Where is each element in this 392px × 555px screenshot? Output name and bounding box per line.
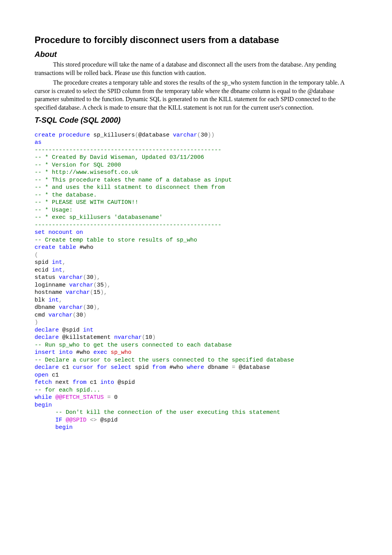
- code-block: create procedure sp_killusers(@database …: [35, 132, 354, 432]
- tsql-heading: T-SQL Code (SQL 2000): [35, 116, 354, 125]
- about-heading: About: [35, 50, 354, 59]
- about-paragraph-1: This stored procedure will take the name…: [35, 60, 354, 77]
- about-paragraph-2: The procedure creates a temporary table …: [35, 78, 354, 112]
- page-title: Procedure to forcibly disconnect users f…: [35, 35, 354, 45]
